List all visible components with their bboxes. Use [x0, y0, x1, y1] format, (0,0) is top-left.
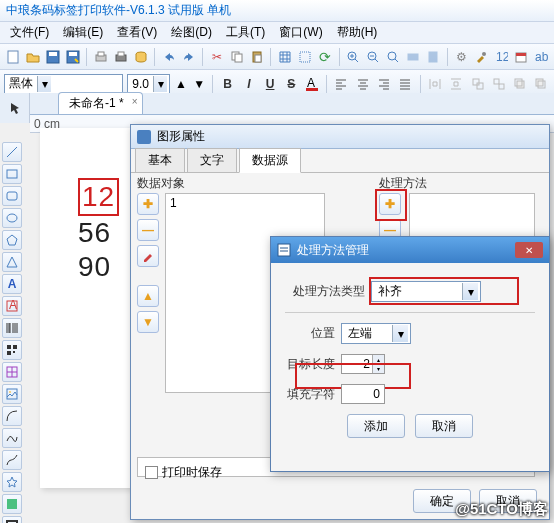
- table-tool-icon[interactable]: [2, 362, 22, 382]
- image-tool-icon[interactable]: [2, 384, 22, 404]
- curve-tool-icon[interactable]: [2, 428, 22, 448]
- barcode-tool-icon[interactable]: [2, 318, 22, 338]
- menu-window[interactable]: 窗口(W): [273, 22, 328, 43]
- arc-tool-icon[interactable]: [2, 406, 22, 426]
- add-button[interactable]: 添加: [347, 414, 405, 438]
- qrcode-tool-icon[interactable]: [2, 340, 22, 360]
- bold-button[interactable]: B: [219, 74, 236, 94]
- richtext-tool-icon[interactable]: A: [2, 296, 22, 316]
- italic-button[interactable]: I: [240, 74, 257, 94]
- align-center-icon[interactable]: [354, 74, 371, 94]
- cancel-button[interactable]: 取消: [415, 414, 473, 438]
- distribute-h-icon[interactable]: [427, 74, 444, 94]
- save-icon[interactable]: [44, 48, 61, 66]
- fit-width-icon[interactable]: [405, 48, 422, 66]
- print-preview-icon[interactable]: [92, 48, 109, 66]
- close-button[interactable]: ✕: [515, 242, 543, 258]
- add-data-object-button[interactable]: ✚: [137, 193, 159, 215]
- pointer-tool-icon[interactable]: [0, 93, 30, 123]
- canvas-number-3[interactable]: 90: [78, 250, 119, 284]
- font-size-combo[interactable]: 9.0 ▾: [127, 74, 170, 94]
- font-size-up-icon[interactable]: ▲: [174, 75, 188, 93]
- rect-tool-icon[interactable]: [2, 164, 22, 184]
- main-toolbar: ✂ ⟳ ⚙ 12 ab: [0, 44, 554, 70]
- distribute-v-icon[interactable]: [448, 74, 465, 94]
- new-icon[interactable]: [4, 48, 21, 66]
- canvas-number-2[interactable]: 56: [78, 216, 119, 250]
- type-select[interactable]: 补齐 ▾: [371, 281, 481, 302]
- dialog2-titlebar[interactable]: 处理方法管理 ✕: [271, 237, 549, 263]
- menu-file[interactable]: 文件(F): [4, 22, 55, 43]
- fill-color-icon[interactable]: [2, 494, 22, 514]
- copy-icon[interactable]: [228, 48, 245, 66]
- cut-icon[interactable]: ✂: [208, 48, 225, 66]
- tools-icon[interactable]: [473, 48, 490, 66]
- line-color-icon[interactable]: [2, 516, 22, 523]
- grid-toggle-icon[interactable]: [276, 48, 293, 66]
- triangle-tool-icon[interactable]: [2, 252, 22, 272]
- tab-datasource[interactable]: 数据源: [239, 148, 301, 173]
- menu-edit[interactable]: 编辑(E): [57, 22, 109, 43]
- fill-input[interactable]: 0: [341, 384, 385, 404]
- data-object-item[interactable]: 1: [170, 196, 177, 210]
- paste-icon[interactable]: [248, 48, 265, 66]
- font-family-combo[interactable]: 黑体 ▾: [4, 74, 123, 94]
- align-right-icon[interactable]: [375, 74, 392, 94]
- round-rect-tool-icon[interactable]: [2, 186, 22, 206]
- calendar-icon[interactable]: [513, 48, 530, 66]
- tab-basic[interactable]: 基本: [135, 148, 185, 172]
- toolbar-separator: [86, 48, 87, 66]
- edit-data-object-button[interactable]: [137, 245, 159, 267]
- bring-front-icon[interactable]: [512, 74, 529, 94]
- snap-icon[interactable]: [296, 48, 313, 66]
- print-icon[interactable]: [112, 48, 129, 66]
- send-back-icon[interactable]: [533, 74, 550, 94]
- close-icon[interactable]: ×: [132, 96, 138, 107]
- fit-page-icon[interactable]: [425, 48, 442, 66]
- zoom-in-icon[interactable]: [344, 48, 361, 66]
- undo-icon[interactable]: [160, 48, 177, 66]
- toolbar-separator: [326, 75, 327, 93]
- menu-view[interactable]: 查看(V): [111, 22, 163, 43]
- tab-text[interactable]: 文字: [187, 148, 237, 172]
- length-input[interactable]: 2 ▴▾: [341, 354, 385, 374]
- sequence-icon[interactable]: 12: [493, 48, 510, 66]
- polygon-tool-icon[interactable]: [2, 230, 22, 250]
- menu-help[interactable]: 帮助(H): [331, 22, 384, 43]
- line-tool-icon[interactable]: [2, 142, 22, 162]
- zoom-fit-icon[interactable]: [385, 48, 402, 66]
- spinner[interactable]: ▴▾: [372, 355, 384, 373]
- ellipse-tool-icon[interactable]: [2, 208, 22, 228]
- doc-tab[interactable]: 未命名-1 * ×: [58, 92, 143, 114]
- strike-button[interactable]: S: [283, 74, 300, 94]
- remove-data-object-button[interactable]: —: [137, 219, 159, 241]
- align-justify-icon[interactable]: [397, 74, 414, 94]
- underline-button[interactable]: U: [262, 74, 279, 94]
- dialog-titlebar[interactable]: 图形属性: [131, 125, 549, 149]
- redo-icon[interactable]: [180, 48, 197, 66]
- database-icon[interactable]: [132, 48, 149, 66]
- refresh-icon[interactable]: ⟳: [316, 48, 333, 66]
- freehand-tool-icon[interactable]: [2, 450, 22, 470]
- settings-icon[interactable]: ⚙: [453, 48, 470, 66]
- move-down-button[interactable]: ▼: [137, 311, 159, 333]
- canvas-number-1[interactable]: 12: [78, 178, 119, 216]
- position-select[interactable]: 左端 ▾: [341, 323, 411, 344]
- abc-icon[interactable]: ab: [533, 48, 550, 66]
- menu-draw[interactable]: 绘图(D): [165, 22, 218, 43]
- position-value: 左端: [348, 325, 372, 342]
- add-proc-method-button[interactable]: ✚: [379, 193, 401, 215]
- open-icon[interactable]: [24, 48, 41, 66]
- star-tool-icon[interactable]: [2, 472, 22, 492]
- text-tool-icon[interactable]: A: [2, 274, 22, 294]
- print-save-checkbox[interactable]: [145, 466, 158, 479]
- font-size-down-icon[interactable]: ▼: [192, 75, 206, 93]
- font-color-icon[interactable]: A: [304, 75, 320, 93]
- menu-tools[interactable]: 工具(T): [220, 22, 271, 43]
- move-up-button[interactable]: ▲: [137, 285, 159, 307]
- group-icon[interactable]: [469, 74, 486, 94]
- save-as-icon[interactable]: [64, 48, 81, 66]
- ungroup-icon[interactable]: [490, 74, 507, 94]
- align-left-icon[interactable]: [333, 74, 350, 94]
- zoom-out-icon[interactable]: [365, 48, 382, 66]
